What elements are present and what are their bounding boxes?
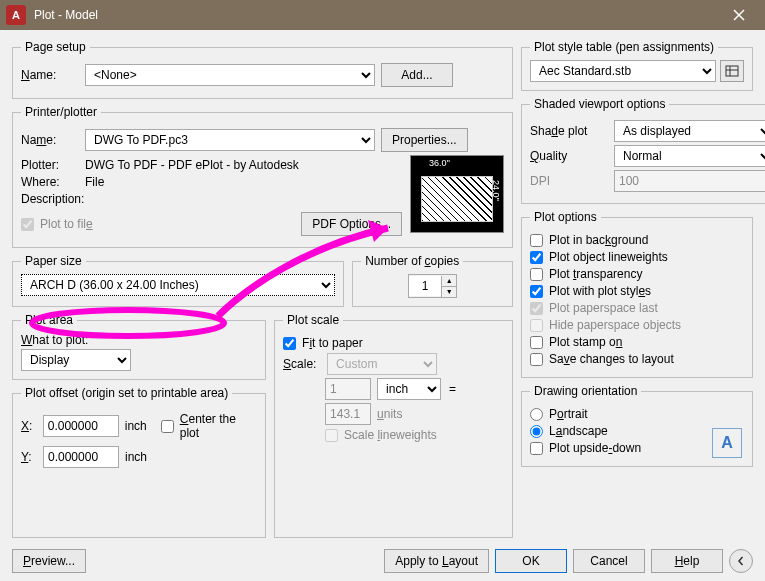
- ok-button[interactable]: OK: [495, 549, 567, 573]
- plot-pl-checkbox: [530, 302, 543, 315]
- plot-style-legend: Plot style table (pen assignments): [530, 40, 718, 54]
- plot-options-group: Plot options Plot in background Plot obj…: [521, 210, 753, 378]
- plot-ps-label: Plot with plot styles: [549, 284, 651, 298]
- copies-group: Number of copies ▲▼: [352, 254, 513, 307]
- apply-to-layout-button[interactable]: Apply to Layout: [384, 549, 489, 573]
- plot-style-edit-button[interactable]: [720, 60, 744, 82]
- plot-bg-checkbox[interactable]: [530, 234, 543, 247]
- titlebar: A Plot - Model: [0, 0, 765, 30]
- dpi-label: DPI: [530, 174, 608, 188]
- save-changes-checkbox[interactable]: [530, 353, 543, 366]
- app-icon: A: [6, 5, 26, 25]
- scale-lineweights-label: Scale lineweights: [344, 428, 437, 442]
- page-setup-group: Page setup Name: <None> Add...: [12, 40, 513, 99]
- copies-spinner[interactable]: ▲▼: [408, 274, 457, 298]
- preview-width: 36.0'': [429, 158, 450, 168]
- shaded-legend: Shaded viewport options: [530, 97, 669, 111]
- help-button[interactable]: Help: [651, 549, 723, 573]
- paper-size-select[interactable]: ARCH D (36.00 x 24.00 Inches): [21, 274, 335, 296]
- paper-size-group: Paper size ARCH D (36.00 x 24.00 Inches): [12, 254, 344, 307]
- fit-to-paper-label: Fit to paper: [302, 336, 363, 350]
- scale-val1-input: [325, 378, 371, 400]
- orientation-group: Drawing orientation Portrait Landscape P…: [521, 384, 753, 467]
- copies-up[interactable]: ▲: [442, 276, 456, 287]
- x-input[interactable]: [43, 415, 119, 437]
- printer-name-label: Name:: [21, 133, 79, 147]
- upside-down-checkbox[interactable]: [530, 442, 543, 455]
- copies-input[interactable]: [409, 276, 441, 296]
- plot-to-file-checkbox: [21, 218, 34, 231]
- portrait-label: Portrait: [549, 407, 588, 421]
- y-unit: inch: [125, 450, 147, 464]
- plot-offset-legend: Plot offset (origin set to printable are…: [21, 386, 232, 400]
- footer: Preview... Apply to Layout OK Cancel Hel…: [0, 541, 765, 581]
- copies-legend: Number of copies: [361, 254, 463, 268]
- landscape-radio[interactable]: [530, 425, 543, 438]
- plot-ps-checkbox[interactable]: [530, 285, 543, 298]
- center-plot-label: Center the plot: [180, 412, 257, 440]
- x-unit: inch: [125, 419, 147, 433]
- plot-lw-checkbox[interactable]: [530, 251, 543, 264]
- orientation-legend: Drawing orientation: [530, 384, 641, 398]
- plot-style-group: Plot style table (pen assignments) Aec S…: [521, 40, 753, 91]
- add-button[interactable]: Add...: [381, 63, 453, 87]
- svg-rect-2: [726, 66, 738, 76]
- plot-lw-label: Plot object lineweights: [549, 250, 668, 264]
- pen-table-icon: [725, 64, 739, 78]
- scale-lineweights-checkbox: [325, 429, 338, 442]
- plot-to-file-label: Plot to file: [40, 217, 93, 231]
- plotter-value: DWG To PDF - PDF ePlot - by Autodesk: [85, 158, 299, 172]
- paper-preview: 36.0'' 24.0'': [410, 155, 504, 233]
- landscape-label: Landscape: [549, 424, 608, 438]
- portrait-radio[interactable]: [530, 408, 543, 421]
- close-icon: [733, 9, 745, 21]
- page-setup-name-select[interactable]: <None>: [85, 64, 375, 86]
- window-title: Plot - Model: [34, 8, 719, 22]
- printer-name-select[interactable]: DWG To PDF.pc3: [85, 129, 375, 151]
- page-setup-legend: Page setup: [21, 40, 90, 54]
- chevron-left-icon: [736, 556, 746, 566]
- properties-button[interactable]: Properties...: [381, 128, 468, 152]
- plot-tr-label: Plot transparency: [549, 267, 642, 281]
- shaded-group: Shaded viewport options Shade plotAs dis…: [521, 97, 765, 204]
- fit-to-paper-checkbox[interactable]: [283, 337, 296, 350]
- plot-tr-checkbox[interactable]: [530, 268, 543, 281]
- dpi-input: [614, 170, 765, 192]
- scale-unit2: units: [377, 407, 402, 421]
- plot-options-legend: Plot options: [530, 210, 601, 224]
- description-label: Description:: [21, 192, 79, 206]
- what-to-plot-select[interactable]: Display: [21, 349, 131, 371]
- equals-icon: =: [447, 382, 458, 396]
- plot-pl-label: Plot paperspace last: [549, 301, 658, 315]
- y-input[interactable]: [43, 446, 119, 468]
- plot-hp-label: Hide paperspace objects: [549, 318, 681, 332]
- shade-plot-select[interactable]: As displayed: [614, 120, 765, 142]
- scale-label: Scale:: [283, 357, 321, 371]
- scale-unit1-select[interactable]: inches: [377, 378, 441, 400]
- printer-legend: Printer/plotter: [21, 105, 101, 119]
- plot-stamp-checkbox[interactable]: [530, 336, 543, 349]
- y-label: Y:: [21, 450, 37, 464]
- plot-style-select[interactable]: Aec Standard.stb: [530, 60, 716, 82]
- quality-label: Quality: [530, 149, 608, 163]
- plotter-label: Plotter:: [21, 158, 79, 172]
- collapse-button[interactable]: [729, 549, 753, 573]
- scale-select: Custom: [327, 353, 437, 375]
- quality-select[interactable]: Normal: [614, 145, 765, 167]
- plot-offset-group: Plot offset (origin set to printable are…: [12, 386, 266, 538]
- orientation-icon: A: [712, 428, 742, 458]
- close-button[interactable]: [719, 1, 759, 29]
- cancel-button[interactable]: Cancel: [573, 549, 645, 573]
- preview-button[interactable]: Preview...: [12, 549, 86, 573]
- plot-scale-group: Plot scale Fit to paper Scale: Custom in…: [274, 313, 513, 538]
- paper-size-legend: Paper size: [21, 254, 86, 268]
- center-plot-checkbox[interactable]: [161, 420, 174, 433]
- plot-stamp-label: Plot stamp on: [549, 335, 622, 349]
- printer-group: Printer/plotter Name: DWG To PDF.pc3 Pro…: [12, 105, 513, 248]
- scale-val2-input: [325, 403, 371, 425]
- where-value: File: [85, 175, 104, 189]
- plot-hp-checkbox: [530, 319, 543, 332]
- copies-down[interactable]: ▼: [442, 287, 456, 297]
- pdf-options-button[interactable]: PDF Options...: [301, 212, 402, 236]
- plot-scale-legend: Plot scale: [283, 313, 343, 327]
